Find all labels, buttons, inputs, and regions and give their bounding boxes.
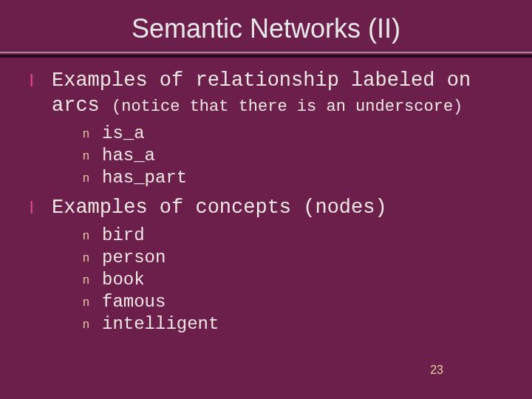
bullet-l-icon: l [30, 68, 52, 93]
bullet-level2-text: is_a [102, 123, 145, 145]
bullet-level2: n famous [83, 291, 514, 313]
bullet-level2-text: book [102, 269, 145, 291]
bullet-level2-text: has_a [102, 145, 155, 167]
bullet-level2: n has_a [83, 145, 514, 167]
bullet-n-icon: n [83, 247, 102, 269]
bullet-level2-text: bird [102, 225, 145, 247]
bullet-level1-text: Examples of relationship labeled on arcs… [52, 68, 514, 120]
bullet-level2: n intelligent [83, 313, 514, 335]
bullet-n-icon: n [83, 145, 102, 167]
bullet-n-icon: n [83, 225, 102, 247]
bullet-level2-text: famous [102, 291, 166, 313]
bullet-level2-text: has_part [102, 167, 187, 189]
bullet-n-icon: n [83, 313, 102, 335]
sublist: n is_a n has_a n has_part [30, 123, 514, 189]
bullet-level2-text: intelligent [102, 313, 219, 335]
bullet-level2-text: person [102, 247, 166, 269]
bullet-level2: n person [83, 247, 514, 269]
slide-body: l Examples of relationship labeled on ar… [0, 58, 532, 335]
slide-title: Semantic Networks (II) [0, 0, 532, 49]
bullet-level2: n has_part [83, 167, 514, 189]
page-number: 23 [430, 364, 443, 377]
bullet-level2: n is_a [83, 123, 514, 145]
bullet-level1-text: Examples of concepts (nodes) [52, 195, 514, 222]
bullet-n-icon: n [83, 269, 102, 291]
sublist: n bird n person n book n famous n intell… [30, 225, 514, 335]
slide: Semantic Networks (II) l Examples of rel… [0, 0, 532, 399]
section-lead: Examples of concepts (nodes) [52, 197, 387, 219]
bullet-level2: n bird [83, 225, 514, 247]
section-note: (notice that there is an underscore) [112, 98, 463, 116]
bullet-level2: n book [83, 269, 514, 291]
bullet-n-icon: n [83, 291, 102, 313]
title-rule [0, 52, 532, 58]
bullet-level1: l Examples of concepts (nodes) [30, 195, 514, 222]
bullet-l-icon: l [30, 195, 52, 220]
bullet-n-icon: n [83, 167, 102, 189]
bullet-n-icon: n [83, 123, 102, 145]
bullet-level1: l Examples of relationship labeled on ar… [30, 68, 514, 120]
